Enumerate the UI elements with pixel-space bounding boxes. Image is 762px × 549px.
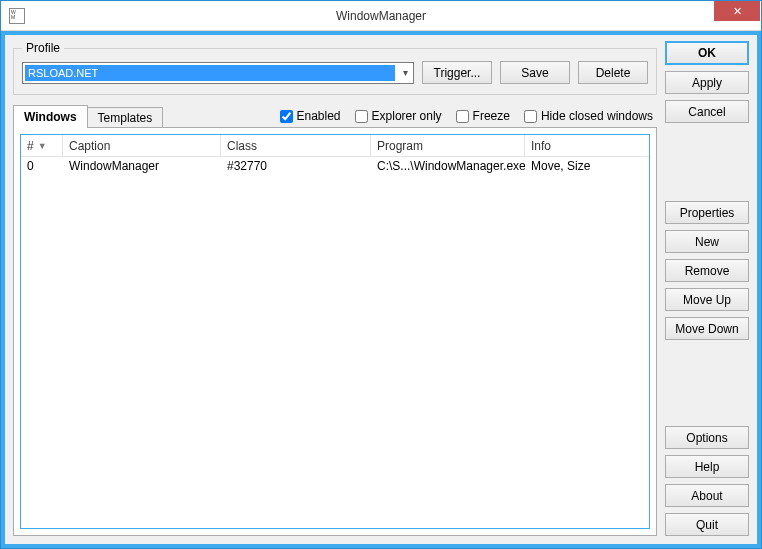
cell-caption: WindowManager (63, 159, 221, 173)
app-window: WM WindowManager ✕ Profile RSLOAD.NET ▾ … (0, 0, 762, 549)
profile-legend: Profile (22, 41, 64, 55)
enabled-label: Enabled (297, 109, 341, 123)
options-button[interactable]: Options (665, 426, 749, 449)
spacer (665, 346, 749, 420)
move-up-button[interactable]: Move Up (665, 288, 749, 311)
freeze-label: Freeze (473, 109, 510, 123)
titlebar[interactable]: WM WindowManager ✕ (1, 1, 761, 31)
col-caption[interactable]: Caption (63, 135, 221, 156)
col-num[interactable]: # ▼ (21, 135, 63, 156)
help-button[interactable]: Help (665, 455, 749, 478)
explorer-only-checkbox[interactable]: Explorer only (355, 109, 442, 123)
tab-panel: # ▼ Caption Class Program Info 0 WindowM (13, 127, 657, 536)
enabled-checkbox[interactable]: Enabled (280, 109, 341, 123)
app-icon: WM (9, 8, 25, 24)
cell-program: C:\S...\WindowManager.exe (371, 159, 525, 173)
delete-button[interactable]: Delete (578, 61, 648, 84)
sort-down-icon: ▼ (38, 141, 47, 151)
tab-templates[interactable]: Templates (87, 107, 164, 128)
window-list[interactable]: # ▼ Caption Class Program Info 0 WindowM (20, 134, 650, 529)
explorer-only-label: Explorer only (372, 109, 442, 123)
left-column: Profile RSLOAD.NET ▾ Trigger... Save Del… (13, 41, 657, 536)
save-button[interactable]: Save (500, 61, 570, 84)
tab-options: Enabled Explorer only Freeze Hide c (280, 105, 658, 127)
table-row[interactable]: 0 WindowManager #32770 C:\S...\WindowMan… (21, 157, 649, 175)
tab-windows[interactable]: Windows (13, 105, 88, 128)
col-class[interactable]: Class (221, 135, 371, 156)
enabled-checkbox-input[interactable] (280, 110, 293, 123)
client-area: Profile RSLOAD.NET ▾ Trigger... Save Del… (1, 31, 761, 548)
apply-button[interactable]: Apply (665, 71, 749, 94)
close-button[interactable]: ✕ (714, 1, 760, 21)
hide-closed-label: Hide closed windows (541, 109, 653, 123)
hide-closed-checkbox[interactable]: Hide closed windows (524, 109, 653, 123)
properties-button[interactable]: Properties (665, 201, 749, 224)
move-down-button[interactable]: Move Down (665, 317, 749, 340)
col-info[interactable]: Info (525, 135, 649, 156)
quit-button[interactable]: Quit (665, 513, 749, 536)
close-icon: ✕ (733, 5, 742, 18)
hide-closed-checkbox-input[interactable] (524, 110, 537, 123)
tabs-area: Windows Templates Enabled Explorer only (13, 105, 657, 536)
cell-class: #32770 (221, 159, 371, 173)
cancel-button[interactable]: Cancel (665, 100, 749, 123)
profile-combobox[interactable]: RSLOAD.NET ▾ (22, 62, 414, 84)
spacer (665, 129, 749, 195)
remove-button[interactable]: Remove (665, 259, 749, 282)
ok-button[interactable]: OK (665, 41, 749, 65)
profile-selected-value: RSLOAD.NET (25, 65, 395, 81)
about-button[interactable]: About (665, 484, 749, 507)
freeze-checkbox-input[interactable] (456, 110, 469, 123)
profile-row: RSLOAD.NET ▾ Trigger... Save Delete (22, 61, 648, 84)
new-button[interactable]: New (665, 230, 749, 253)
cell-info: Move, Size (525, 159, 649, 173)
chevron-down-icon[interactable]: ▾ (397, 67, 413, 78)
col-program[interactable]: Program (371, 135, 525, 156)
tab-row: Windows Templates Enabled Explorer only (13, 105, 657, 127)
freeze-checkbox[interactable]: Freeze (456, 109, 510, 123)
right-column: OK Apply Cancel Properties New Remove Mo… (665, 41, 749, 536)
trigger-button[interactable]: Trigger... (422, 61, 492, 84)
cell-num: 0 (21, 159, 63, 173)
profile-group: Profile RSLOAD.NET ▾ Trigger... Save Del… (13, 41, 657, 95)
list-header: # ▼ Caption Class Program Info (21, 135, 649, 157)
explorer-only-checkbox-input[interactable] (355, 110, 368, 123)
list-body: 0 WindowManager #32770 C:\S...\WindowMan… (21, 157, 649, 528)
window-title: WindowManager (1, 9, 761, 23)
